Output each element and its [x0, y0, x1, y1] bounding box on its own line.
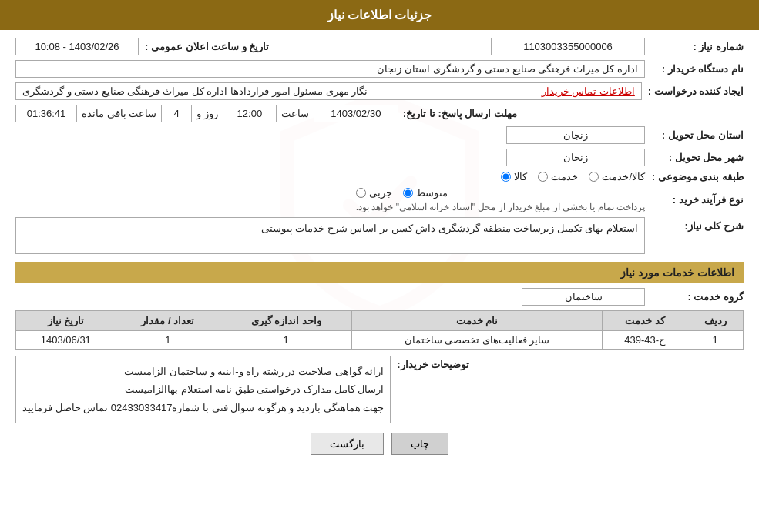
need-number-label: شماره نیاز : [651, 41, 744, 52]
description-section: شرح کلی نیاز: استعلام بهای تکمیل زیرساخت… [15, 217, 744, 254]
table-header-row: ردیف کد خدمت نام خدمت واحد اندازه گیری ت… [16, 311, 744, 331]
process-label: نوع فرآیند خرید : [651, 194, 744, 206]
buyer-note-line: ارائه گواهی صلاحیت در رشته راه و-ابنیه و… [22, 363, 384, 380]
creator-label: ایجاد کننده درخواست : [648, 85, 744, 97]
process-radio-2[interactable] [403, 188, 413, 198]
need-number-row: شماره نیاز : 1103003355000006 تاریخ و سا… [15, 38, 744, 55]
buyer-note-line: ارسال کامل مدارک درخواستی طبق نامه استعل… [22, 380, 384, 398]
creator-value-box: اطلاعات تماس خریدار نگار مهری مسئول امور… [15, 82, 642, 100]
creator-name: نگار مهری مسئول امور قراردادها اداره کل … [22, 85, 368, 97]
category-option-label-2: خدمت [551, 171, 578, 182]
group-value: ساختمان [522, 288, 645, 306]
category-option-label-1: کالا [514, 171, 527, 182]
buyer-notes-section: توضیحات خریدار: ارائه گواهی صلاحیت در رش… [15, 356, 744, 423]
back-button[interactable]: بازگشت [311, 433, 384, 455]
table-cell: 1 [220, 331, 352, 350]
creator-row: ایجاد کننده درخواست : اطلاعات تماس خریدا… [15, 82, 744, 100]
page-header: جزئیات اطلاعات نیاز [0, 0, 759, 30]
city-row: شهر محل تحویل : زنجان [15, 149, 744, 166]
table-cell: 1 [687, 331, 744, 350]
print-button[interactable]: چاپ [391, 433, 448, 455]
table-row: 1ج-43-439سایر فعالیت‌های تخصصی ساختمان11… [16, 331, 744, 350]
services-table: ردیف کد خدمت نام خدمت واحد اندازه گیری ت… [15, 310, 744, 350]
city-label: شهر محل تحویل : [651, 152, 744, 163]
process-option-label-2: متوسط [416, 187, 448, 199]
process-note: پرداخت تمام یا بخشی از مبلغ خریدار از مح… [356, 202, 645, 212]
category-radio-2[interactable] [538, 172, 548, 182]
process-option-1[interactable]: جزیی [356, 187, 392, 199]
col-header-date: تاریخ نیاز [16, 311, 116, 331]
need-number-value: 1103003355000006 [491, 38, 645, 55]
date-label: تاریخ و ساعت اعلان عمومی : [145, 41, 269, 52]
group-row: گروه خدمت : ساختمان [15, 288, 744, 306]
category-row: طبقه بندی موضوعی : کالا/خدمت خدمت کالا [15, 171, 744, 182]
table-cell: سایر فعالیت‌های تخصصی ساختمان [352, 331, 603, 350]
category-radio-1[interactable] [501, 172, 511, 182]
province-label: استان محل تحویل : [651, 129, 744, 141]
col-header-service-code: کد خدمت [603, 311, 687, 331]
buyer-note-line: جهت هماهنگی بازدید و هرگونه سوال فنی با … [22, 399, 384, 417]
process-radio-group: متوسط جزیی [356, 187, 448, 199]
process-row: نوع فرآیند خرید : متوسط جزیی پرداخت تمام… [15, 187, 744, 212]
col-header-row-num: ردیف [687, 311, 744, 331]
deadline-remaining-label: ساعت باقی مانده [82, 108, 156, 119]
description-label: شرح کلی نیاز: [651, 217, 744, 232]
deadline-time-label: ساعت [281, 108, 309, 119]
province-row: استان محل تحویل : زنجان [15, 126, 744, 144]
deadline-label: مهلت ارسال پاسخ: تا تاریخ: [403, 108, 517, 119]
deadline-remaining: 01:36:41 [15, 105, 77, 122]
buttons-row: چاپ بازگشت [15, 433, 744, 455]
deadline-date: 1403/02/30 [314, 105, 398, 122]
creator-link[interactable]: اطلاعات تماس خریدار [542, 85, 635, 97]
deadline-days: 4 [161, 105, 192, 122]
services-title-text: اطلاعات خدمات مورد نیاز [620, 266, 734, 279]
category-option-3[interactable]: کالا/خدمت [589, 171, 645, 182]
deadline-row: مهلت ارسال پاسخ: تا تاریخ: 1403/02/30 سا… [15, 105, 744, 122]
category-radio-group: کالا/خدمت خدمت کالا [501, 171, 645, 182]
table-cell: 1 [116, 331, 220, 350]
buyer-notes-content: ارائه گواهی صلاحیت در رشته راه و-ابنیه و… [15, 356, 391, 423]
col-header-service-name: نام خدمت [352, 311, 603, 331]
buyer-name-value: اداره کل میراث فرهنگی صنایع دستی و گردشگ… [15, 60, 645, 78]
category-option-2[interactable]: خدمت [538, 171, 578, 182]
date-value: 1403/02/26 - 10:08 [15, 38, 139, 55]
category-option-1[interactable]: کالا [501, 171, 527, 182]
province-value: زنجان [506, 126, 645, 144]
buyer-notes-label: توضیحات خریدار: [397, 356, 469, 370]
group-label: گروه خدمت : [651, 291, 744, 303]
col-header-unit: واحد اندازه گیری [220, 311, 352, 331]
buyer-name-label: نام دستگاه خریدار : [651, 63, 744, 75]
col-header-qty: تعداد / مقدار [116, 311, 220, 331]
category-option-label-3: کالا/خدمت [602, 171, 645, 182]
category-label: طبقه بندی موضوعی : [651, 171, 744, 182]
buyer-name-row: نام دستگاه خریدار : اداره کل میراث فرهنگ… [15, 60, 744, 78]
process-option-2[interactable]: متوسط [403, 187, 448, 199]
table-cell: ج-43-439 [603, 331, 687, 350]
category-radio-3[interactable] [589, 172, 599, 182]
services-section-title: اطلاعات خدمات مورد نیاز [15, 262, 744, 283]
description-value: استعلام بهای تکمیل زیرساخت منطقه گردشگری… [15, 217, 645, 254]
header-title: جزئیات اطلاعات نیاز [327, 8, 432, 22]
deadline-days-label: روز و [196, 108, 218, 119]
table-cell: 1403/06/31 [16, 331, 116, 350]
deadline-time: 12:00 [223, 105, 277, 122]
city-value: زنجان [506, 149, 645, 166]
process-radio-1[interactable] [356, 188, 366, 198]
process-option-label-1: جزیی [369, 187, 392, 199]
